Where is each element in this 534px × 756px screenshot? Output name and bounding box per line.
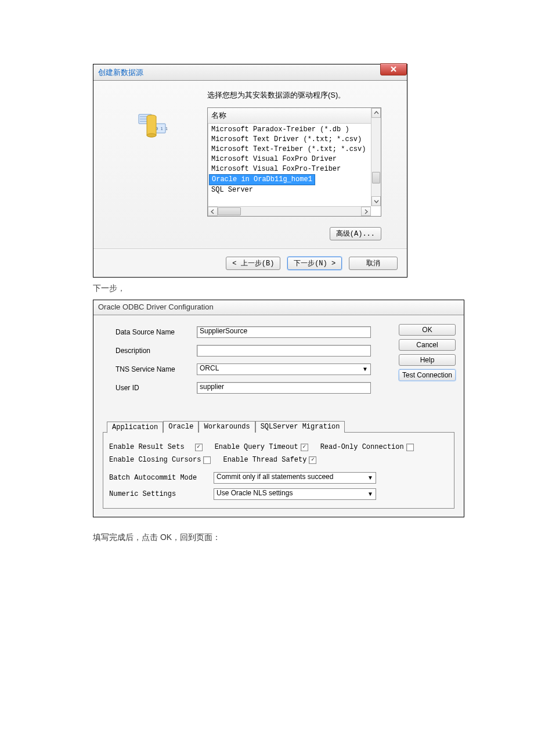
list-item[interactable]: SQL Server	[209, 185, 380, 195]
tns-value: ORCL	[200, 364, 219, 372]
batch-autocommit-value: Commit only if all statements succeed	[217, 473, 333, 481]
close-icon	[389, 65, 398, 73]
list-item[interactable]: Microsoft Text-Treiber (*.txt; *.csv)	[209, 145, 380, 154]
userid-label: User ID	[116, 384, 197, 392]
scroll-thumb-h[interactable]	[218, 207, 241, 215]
scroll-right-button[interactable]	[361, 207, 371, 216]
chevron-down-icon: ▼	[362, 366, 368, 372]
numeric-settings-row: Numeric Settings Use Oracle NLS settings…	[109, 488, 448, 500]
tns-label: TNS Service Name	[116, 365, 197, 373]
tab-strip: Application Oracle Workarounds SQLServer…	[107, 421, 345, 433]
read-only-connection-checkbox[interactable]	[406, 444, 414, 451]
caption-after-fill: 填写完成后，点击 OK，回到页面：	[93, 532, 499, 543]
chevron-left-icon	[208, 207, 217, 216]
tab-container: Application Oracle Workarounds SQLServer…	[103, 432, 454, 509]
list-item-selected[interactable]: Oracle in OraDb11g_home1	[209, 174, 315, 185]
description-input[interactable]	[197, 345, 371, 357]
driver-list-items: Microsoft Paradox-Treiber (*.db ) Micros…	[208, 124, 381, 196]
tab-sqlserver-migration[interactable]: SQLServer Migration	[255, 421, 345, 433]
dsn-input[interactable]: SupplierSource	[197, 326, 371, 338]
vertical-scrollbar[interactable]	[371, 108, 381, 206]
checkbox-row-1: Enable Result Sets Enable Query Timeout …	[109, 443, 448, 451]
caption-next-step: 下一步，	[93, 283, 499, 294]
scroll-down-button[interactable]	[371, 196, 381, 206]
list-header-name[interactable]: 名称	[208, 108, 381, 124]
enable-closing-cursors-checkbox[interactable]	[203, 456, 211, 464]
checkbox-row-2: Enable Closing Cursors Enable Thread Saf…	[109, 456, 448, 464]
enable-query-timeout-checkbox[interactable]	[301, 444, 308, 451]
list-item[interactable]: Microsoft Text Driver (*.txt; *.csv)	[209, 135, 380, 145]
dialog1-title-text: 创建新数据源	[98, 67, 143, 78]
scroll-up-button[interactable]	[371, 108, 381, 118]
scroll-left-button[interactable]	[208, 207, 218, 216]
numeric-settings-label: Numeric Settings	[109, 490, 214, 498]
tab-oracle[interactable]: Oracle	[163, 421, 199, 433]
enable-query-timeout-label: Enable Query Timeout	[215, 443, 298, 451]
cancel-button[interactable]: Cancel	[399, 339, 456, 351]
enable-result-sets-checkbox[interactable]	[195, 444, 203, 451]
enable-result-sets-label: Enable Result Sets	[109, 443, 185, 451]
list-item[interactable]: Microsoft Visual FoxPro Driver	[209, 154, 380, 164]
chevron-down-icon	[372, 197, 381, 206]
test-connection-button[interactable]: Test Connection	[399, 369, 456, 381]
dsn-value: SupplierSource	[200, 327, 247, 335]
userid-input[interactable]: supplier	[197, 382, 371, 394]
dialog1-footer: < 上一步(B) 下一步(N) > 取消	[93, 249, 407, 277]
dialog1-titlebar: 创建新数据源	[93, 64, 407, 81]
datasource-icon: 0 1 1	[138, 111, 172, 142]
batch-autocommit-label: Batch Autocommit Mode	[109, 474, 214, 482]
dialog1-icon-area: 0 1 1	[103, 90, 207, 240]
enable-thread-safety-checkbox[interactable]	[309, 456, 316, 464]
dsn-label: Data Source Name	[116, 328, 197, 336]
driver-listbox[interactable]: 名称 Microsoft Paradox-Treiber (*.db ) Mic…	[207, 107, 381, 217]
cancel-button[interactable]: 取消	[349, 257, 398, 270]
dialog2-title-text: Oracle ODBC Driver Configuration	[93, 300, 464, 315]
tab-application[interactable]: Application	[107, 422, 163, 433]
chevron-right-icon	[362, 207, 370, 216]
numeric-settings-select[interactable]: Use Oracle NLS settings ▼	[214, 488, 376, 500]
dialog2-body: OK Cancel Help Test Connection Data Sour…	[93, 315, 464, 517]
dialog1-body: 0 1 1 选择您想为其安装数据源的驱动程序(S)。 名称 Microsoft …	[93, 81, 407, 249]
advanced-row: 高级(A)...	[207, 227, 381, 240]
userid-value: supplier	[200, 383, 224, 391]
oracle-odbc-config-dialog: Oracle ODBC Driver Configuration OK Canc…	[93, 300, 464, 517]
enable-thread-safety-label: Enable Thread Safety	[223, 456, 306, 464]
next-button[interactable]: 下一步(N) >	[287, 257, 342, 270]
chevron-down-icon: ▼	[367, 474, 373, 481]
ok-button[interactable]: OK	[399, 324, 456, 336]
back-button[interactable]: < 上一步(B)	[226, 257, 280, 270]
batch-autocommit-select[interactable]: Commit only if all statements succeed ▼	[214, 472, 376, 484]
read-only-connection-label: Read-Only Connection	[320, 443, 404, 451]
help-button[interactable]: Help	[399, 354, 456, 366]
chevron-down-icon: ▼	[367, 491, 373, 497]
svg-text:0 1 1: 0 1 1	[156, 127, 168, 131]
enable-closing-cursors-label: Enable Closing Cursors	[109, 456, 201, 464]
dialog2-side-buttons: OK Cancel Help Test Connection	[399, 324, 456, 384]
list-item[interactable]: Microsoft Visual FoxPro-Treiber	[209, 164, 380, 174]
horizontal-scrollbar[interactable]	[208, 206, 371, 216]
svg-point-7	[147, 134, 156, 137]
advanced-button[interactable]: 高级(A)...	[330, 227, 381, 240]
batch-autocommit-row: Batch Autocommit Mode Commit only if all…	[109, 472, 448, 484]
close-button[interactable]	[380, 63, 407, 75]
scroll-thumb[interactable]	[372, 172, 380, 183]
dialog1-right-pane: 选择您想为其安装数据源的驱动程序(S)。 名称 Microsoft Parado…	[207, 90, 398, 240]
chevron-up-icon	[372, 109, 381, 117]
instruction-text: 选择您想为其安装数据源的驱动程序(S)。	[207, 90, 398, 100]
list-item[interactable]: Microsoft Paradox-Treiber (*.db )	[209, 125, 380, 135]
tab-workarounds[interactable]: Workarounds	[199, 421, 255, 433]
numeric-settings-value: Use Oracle NLS settings	[217, 489, 293, 497]
create-new-datasource-dialog: 创建新数据源 0 1 1 选择您想为其安装数据源的驱动程序(S)。	[93, 64, 407, 278]
tns-select[interactable]: ORCL ▼	[197, 363, 371, 375]
description-label: Description	[116, 347, 197, 355]
